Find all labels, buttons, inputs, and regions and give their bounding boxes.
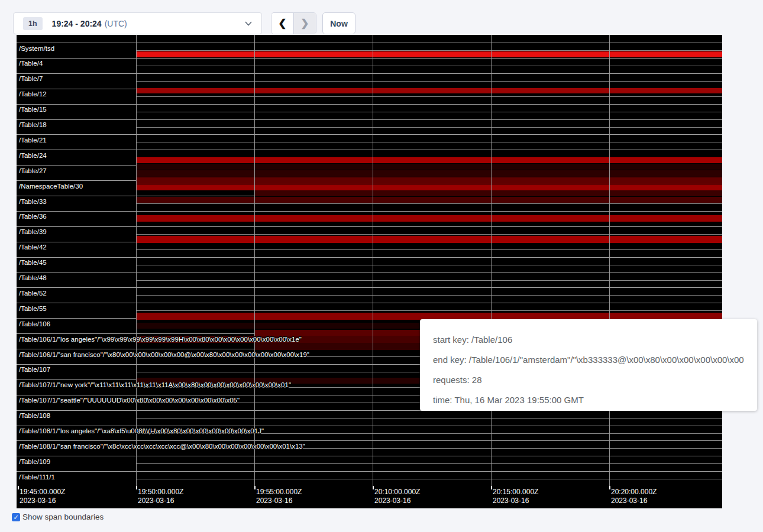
time-gridline xyxy=(254,35,255,486)
heat-band[interactable] xyxy=(136,157,722,163)
span-boundary-line xyxy=(136,66,722,66)
time-range-selector[interactable]: 1h 19:24 - 20:24 (UTC) xyxy=(13,12,262,34)
heat-band[interactable] xyxy=(136,184,722,190)
axis-tick-label: 20:15:00.000Z2023-03-16 xyxy=(493,488,538,505)
now-button[interactable]: Now xyxy=(322,12,355,34)
span-boundary-line xyxy=(136,280,722,281)
row-label: /Table/24 xyxy=(19,152,47,159)
row-label: /Table/33 xyxy=(19,198,47,205)
tick-time: 19:55:00.000Z xyxy=(256,488,302,497)
row-label: /NamespaceTable/30 xyxy=(19,183,83,190)
tooltip-end-key: end key: /Table/106/1/"amsterdam"/"\xb33… xyxy=(433,352,744,367)
tooltip-start-key: start key: /Table/106 xyxy=(433,332,744,347)
span-boundary-line xyxy=(17,150,722,150)
span-boundary-line xyxy=(136,295,722,296)
span-boundary-line xyxy=(17,226,722,227)
time-nav-button-group: ❮ ❯ xyxy=(271,12,316,34)
footer: ✓ Show span boundaries xyxy=(12,512,104,521)
row-label: /Table/106/1/"los angeles"/"\x99\x99\x99… xyxy=(19,336,302,343)
span-boundary-line xyxy=(136,142,722,142)
axis-tick xyxy=(18,486,19,489)
time-range-badge: 1h xyxy=(23,17,43,30)
row-label: /Table/15 xyxy=(19,106,47,113)
heat-band[interactable] xyxy=(136,164,722,170)
span-boundary-line xyxy=(136,203,722,204)
previous-interval-button[interactable]: ❮ xyxy=(271,13,294,34)
row-label: /Table/42 xyxy=(19,244,47,251)
span-boundary-line xyxy=(17,287,722,288)
time-gridline xyxy=(136,35,137,486)
row-label: /Table/27 xyxy=(19,167,47,174)
span-boundary-line xyxy=(136,265,722,265)
row-label: /Table/106 xyxy=(19,320,50,327)
heat-band[interactable] xyxy=(136,88,722,93)
tick-time: 19:50:00.000Z xyxy=(138,488,183,497)
heat-band[interactable] xyxy=(136,197,722,203)
span-boundary-line xyxy=(136,234,722,235)
row-label: /Table/107 xyxy=(19,366,50,373)
tooltip-requests: requests: 28 xyxy=(433,372,744,387)
axis-tick xyxy=(136,486,137,489)
next-interval-button[interactable]: ❯ xyxy=(294,13,316,34)
span-boundary-line xyxy=(17,58,722,59)
row-label: /Table/52 xyxy=(19,290,47,297)
heat-band[interactable] xyxy=(136,236,722,243)
row-label: /Table/109 xyxy=(19,458,50,465)
tick-time: 20:20:00.000Z xyxy=(611,488,657,497)
heat-band[interactable] xyxy=(136,51,722,57)
axis-tick-label: 20:10:00.000Z2023-03-16 xyxy=(374,488,420,505)
span-boundary-line xyxy=(17,426,722,426)
row-label: /Table/45 xyxy=(19,259,47,266)
tick-time: 20:10:00.000Z xyxy=(374,488,420,497)
row-label: /Table/55 xyxy=(19,305,47,312)
tick-date: 2023-03-16 xyxy=(20,497,65,505)
span-boundary-line xyxy=(17,134,722,135)
row-label: /Table/39 xyxy=(19,228,47,235)
row-label: /Table/106/1/"san francisco"/"\x80\x00\x… xyxy=(19,351,309,358)
toolbar: 1h 19:24 - 20:24 (UTC) ❮ ❯ Now xyxy=(0,0,763,35)
heat-band[interactable] xyxy=(136,177,722,184)
span-boundary-line xyxy=(17,440,722,441)
row-label: /Table/21 xyxy=(19,137,47,144)
tick-time: 20:15:00.000Z xyxy=(493,488,538,497)
span-boundary-line xyxy=(136,96,722,97)
span-boundary-line xyxy=(136,127,722,128)
checkbox-label: Show span boundaries xyxy=(22,512,104,521)
heat-band[interactable] xyxy=(136,170,722,177)
span-boundary-line xyxy=(136,50,722,51)
row-label: /Table/48 xyxy=(19,274,47,281)
time-gridline xyxy=(491,35,492,486)
axis-tick-label: 19:50:00.000Z2023-03-16 xyxy=(138,488,183,505)
axis-tick-label: 20:20:00.000Z2023-03-16 xyxy=(611,488,657,505)
row-label: /Table/12 xyxy=(19,90,47,98)
chevron-right-icon: ❯ xyxy=(300,17,309,30)
row-label: /Table/108/1/"san francisco"/"\x8c\xcc\x… xyxy=(19,443,305,450)
span-boundary-line xyxy=(17,303,722,303)
span-boundary-line xyxy=(136,112,722,112)
heat-band[interactable] xyxy=(136,215,722,222)
timezone-label: (UTC) xyxy=(105,19,127,28)
row-label: /Table/7 xyxy=(19,75,43,82)
span-boundary-line xyxy=(136,310,722,311)
axis-tick xyxy=(254,486,256,489)
time-gridline xyxy=(373,35,373,486)
span-boundary-line xyxy=(17,119,722,120)
tooltip-time: time: Thu, 16 Mar 2023 19:55:00 GMT xyxy=(433,392,744,407)
heat-band[interactable] xyxy=(254,190,722,196)
row-label: /Table/108/1/"los angeles"/"\xa8\xf5\u00… xyxy=(19,427,264,434)
row-label: /Table/111/1 xyxy=(19,473,55,481)
time-range-text: 19:24 - 20:24 xyxy=(52,19,102,28)
span-boundary-line xyxy=(136,463,722,464)
axis-tick-label: 19:45:00.000Z2023-03-16 xyxy=(20,488,65,505)
chevron-down-icon xyxy=(245,21,252,26)
span-boundary-line xyxy=(17,104,722,105)
row-label: /Table/4 xyxy=(19,60,43,67)
span-boundary-line xyxy=(17,73,722,74)
row-label: /Table/108 xyxy=(19,412,50,419)
time-gridline xyxy=(609,35,610,486)
axis-tick xyxy=(609,486,610,489)
row-label: /Table/107/1/"new york"/"\x11\x11\x11\x1… xyxy=(19,381,291,388)
span-boundary-line xyxy=(136,479,722,479)
key-visualizer-heatmap[interactable]: /System/tsd/Table/4/Table/7/Table/12/Tab… xyxy=(17,35,722,508)
show-span-boundaries-checkbox[interactable]: ✓ xyxy=(12,513,20,521)
